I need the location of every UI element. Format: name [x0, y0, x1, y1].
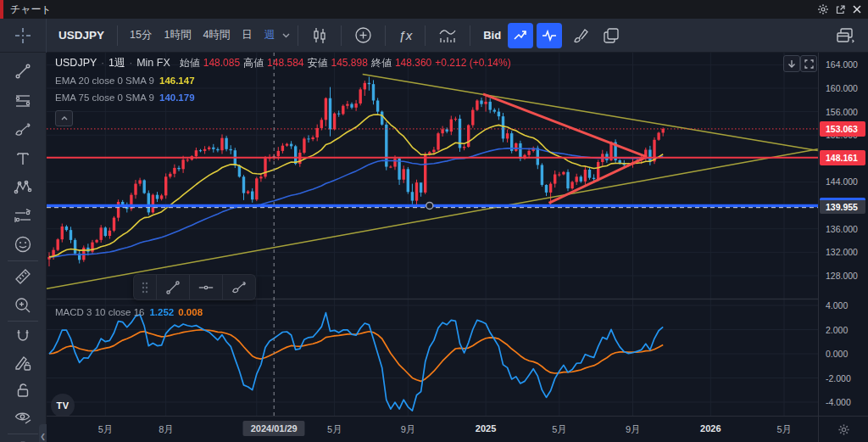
low-value: 145.898 [331, 58, 368, 68]
compare-add-icon[interactable] [348, 23, 379, 48]
text-tool-icon[interactable] [8, 144, 37, 173]
candle-style-icon[interactable] [304, 23, 335, 48]
indicator-templates-icon[interactable] [431, 23, 464, 48]
time-tick: 2026 [700, 423, 721, 434]
timeframe-chevron-down-icon[interactable] [281, 23, 292, 48]
macd-legend-row[interactable]: MACD 3 10 close 161.2520.008 [55, 307, 203, 317]
float-brush-icon[interactable] [222, 275, 255, 299]
titlebar: チャート [0, 0, 868, 19]
pulse-chart-mode-button[interactable] [537, 23, 562, 48]
time-tick: 8月 [159, 423, 173, 436]
legend-source: Min FX [136, 58, 170, 69]
ema75-legend-row[interactable]: EMA 75 close 0 SMA 9140.179 [55, 93, 511, 104]
price-tick: 160.000 [826, 83, 858, 93]
ema20-value: 146.147 [159, 76, 195, 86]
float-horizontal-line-icon[interactable] [189, 275, 222, 299]
legend-ohlc: 始値148.085 高値148.584 安値145.898 終値148.360 … [180, 58, 511, 68]
price-tick: 156.000 [826, 107, 858, 117]
hide-drawings-eye-icon[interactable] [8, 403, 37, 432]
toolbar-drag-handle[interactable] [134, 275, 156, 299]
drawing-mode-lock-icon[interactable] [8, 349, 37, 378]
ruler-tool-icon[interactable] [8, 262, 37, 291]
lock-all-drawings-icon[interactable] [8, 376, 37, 405]
symbol-button[interactable]: USDJPY [52, 23, 111, 48]
scroll-to-recent-button[interactable] [783, 55, 800, 72]
legend-symbol: USDJPY [55, 58, 97, 69]
macd-tick: 4.000 [826, 300, 848, 311]
remove-drawings-trash-icon[interactable] [8, 434, 37, 442]
price-axis[interactable]: 164.000160.000156.000152.000144.000136.0… [818, 53, 868, 416]
tradingview-logo[interactable]: TV [51, 394, 75, 417]
symbol-legend[interactable]: USDJPY · 1週 · Min FX 始値148.085 高値148.584… [55, 58, 511, 104]
drawing-sidebar: ❮ [0, 53, 47, 442]
macd-value: 1.252 [149, 307, 174, 317]
time-axis-date-badge: 2024/01/29 [243, 421, 305, 436]
price-tick: 136.000 [826, 224, 858, 234]
time-tick: 5月 [327, 423, 342, 436]
tab-day[interactable]: 日 [236, 23, 259, 48]
macd-tick: -4.000 [826, 397, 851, 407]
macd-signal-value: 0.008 [178, 307, 203, 317]
price-tick: 164.000 [826, 59, 858, 70]
sidebar-collapse-handle[interactable]: ❮ [39, 424, 47, 442]
tab-15min[interactable]: 15分 [124, 23, 158, 48]
bid-button[interactable]: Bid [476, 23, 508, 48]
price-badge: 139.955 [820, 198, 865, 214]
fib-retracement-tool-icon[interactable] [8, 87, 37, 115]
ema20-legend-row[interactable]: EMA 20 close 0 SMA 9146.147 [55, 76, 511, 87]
legend-title-row[interactable]: USDJPY · 1週 · Min FX 始値148.085 高値148.584… [55, 58, 511, 69]
zoom-in-tool-icon[interactable] [8, 291, 37, 320]
brush-tool-icon[interactable] [8, 115, 37, 144]
legend-interval: 1週 [108, 58, 125, 69]
fx-indicators-button[interactable]: ƒx [392, 23, 419, 48]
macd-tick: 2.000 [826, 325, 848, 335]
close-value: 148.360 [395, 58, 431, 68]
xabcd-pattern-tool-icon[interactable] [8, 173, 37, 202]
window-title: チャート [10, 3, 52, 17]
window-layout-icon[interactable] [827, 23, 861, 48]
time-tick: 2025 [476, 423, 496, 434]
time-axis[interactable]: 5月8月5月9月20255月9月20265月2024/01/29 [47, 416, 818, 442]
tab-4hour[interactable]: 4時間 [197, 23, 236, 48]
position-tool-icon[interactable] [8, 202, 37, 231]
chart-window: チャート USDJPY 15分 1時間 4時間 日 週 [0, 0, 868, 442]
settings-gear-icon[interactable] [815, 2, 832, 17]
price-tick: 128.000 [826, 271, 858, 281]
crosshair-tool[interactable] [0, 19, 47, 53]
price-tick: 144.000 [826, 176, 858, 187]
tab-week[interactable]: 週 [259, 23, 281, 48]
time-tick: 9月 [626, 423, 640, 436]
magnet-tool-icon[interactable] [8, 322, 37, 350]
high-value: 148.584 [267, 58, 303, 68]
tab-1hour[interactable]: 1時間 [158, 23, 197, 48]
macd-tick: -2.000 [826, 373, 851, 383]
ema75-value: 140.179 [159, 92, 195, 103]
price-badge: 153.063 [820, 121, 865, 137]
quick-brush-icon[interactable] [565, 23, 596, 48]
axis-settings-gear-icon[interactable] [818, 416, 868, 442]
change-value: +0.212 (+0.14%) [435, 58, 510, 68]
line-chart-mode-button[interactable] [508, 23, 533, 48]
time-tick: 5月 [98, 423, 113, 436]
chart-panes: USDJPY · 1週 · Min FX 始値148.085 高値148.584… [47, 53, 818, 416]
titlebar-accent [0, 0, 3, 19]
price-badge: 148.161 [820, 150, 865, 165]
maximize-pane-button[interactable] [800, 55, 817, 72]
price-tick: 132.000 [826, 247, 858, 257]
main-toolbar: USDJPY 15分 1時間 4時間 日 週 ƒx Bid [0, 19, 868, 53]
close-icon[interactable] [849, 2, 865, 17]
macd-tick: 0.000 [826, 349, 848, 359]
duplicate-icon[interactable] [596, 23, 626, 48]
time-tick: 5月 [776, 423, 791, 436]
time-tick: 9月 [401, 423, 415, 436]
emoji-tool-icon[interactable] [8, 230, 37, 259]
float-trend-line-icon[interactable] [156, 275, 189, 299]
open-value: 148.085 [203, 58, 240, 68]
open-external-icon[interactable] [832, 2, 849, 17]
legend-collapse-button[interactable] [55, 110, 73, 126]
price-chart-canvas[interactable] [47, 53, 818, 416]
floating-drawing-toolbar [133, 274, 256, 300]
time-tick: 5月 [552, 423, 566, 436]
trend-line-tool-icon[interactable] [8, 57, 37, 86]
